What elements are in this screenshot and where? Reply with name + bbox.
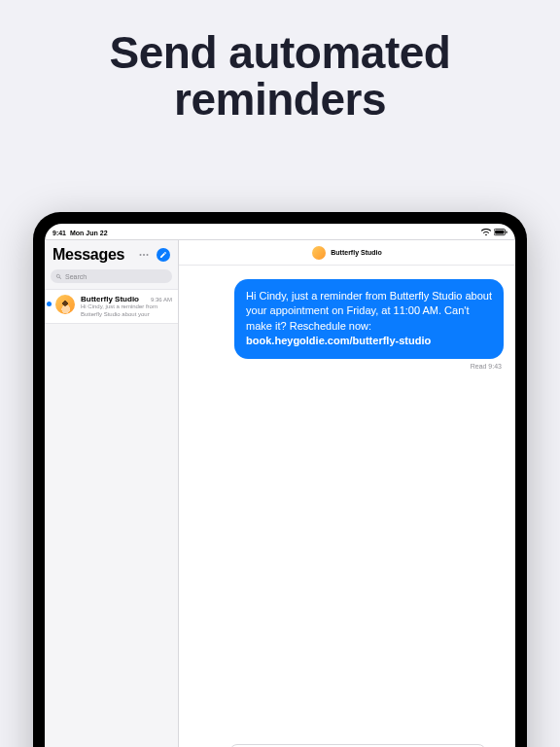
conversation-name: Butterfly Studio	[81, 295, 139, 303]
message-text: Hi Cindy, just a reminder from Butterfly…	[246, 290, 492, 332]
svg-point-3	[140, 254, 142, 256]
status-date: Mon Jun 22	[70, 230, 108, 236]
status-time: 9:41	[52, 230, 66, 236]
compose-button[interactable]	[157, 248, 170, 262]
sent-message-bubble[interactable]: Hi Cindy, just a reminder from Butterfly…	[234, 279, 504, 359]
dictate-icon[interactable]	[492, 744, 508, 748]
sidebar-title: Messages	[52, 246, 124, 264]
search-icon	[55, 273, 62, 280]
message-link[interactable]: book.heygoldie.com/butterfly-studio	[246, 335, 431, 346]
marketing-headline: Send automated reminders	[0, 0, 560, 141]
message-thread[interactable]: Hi Cindy, just a reminder from Butterfly…	[179, 266, 515, 740]
svg-point-4	[143, 254, 145, 256]
conversation-preview: Hi Cindy, just a reminder from Butterfly…	[81, 303, 172, 318]
chat-header[interactable]: Butterfly Studio	[179, 240, 515, 266]
search-placeholder: Search	[65, 273, 87, 280]
unread-dot-icon	[47, 302, 52, 306]
avatar	[312, 246, 326, 260]
message-input[interactable]: iMessage	[229, 744, 486, 748]
avatar	[55, 295, 75, 314]
svg-point-5	[147, 254, 149, 256]
more-icon[interactable]	[137, 248, 151, 262]
appstore-icon[interactable]	[208, 744, 224, 748]
chat-main: Butterfly Studio Hi Cindy, just a remind…	[179, 240, 515, 747]
conversations-sidebar: Messages Search	[45, 240, 179, 747]
message-composer: iMessage	[179, 740, 515, 748]
ipad-device-frame: 9:41 Mon Jun 22 Messages	[33, 212, 527, 747]
conversation-time: 9:36 AM	[151, 297, 172, 302]
chat-header-name: Butterfly Studio	[331, 249, 382, 256]
read-receipt: Read 9:43	[471, 363, 504, 370]
battery-icon	[494, 229, 508, 236]
wifi-icon	[481, 229, 491, 236]
svg-rect-1	[495, 231, 504, 234]
status-bar: 9:41 Mon Jun 22	[45, 224, 515, 239]
svg-rect-2	[506, 231, 507, 232]
camera-icon[interactable]	[187, 744, 202, 748]
search-input[interactable]: Search	[51, 269, 172, 283]
conversation-item[interactable]: Butterfly Studio 9:36 AM Hi Cindy, just …	[45, 289, 178, 324]
